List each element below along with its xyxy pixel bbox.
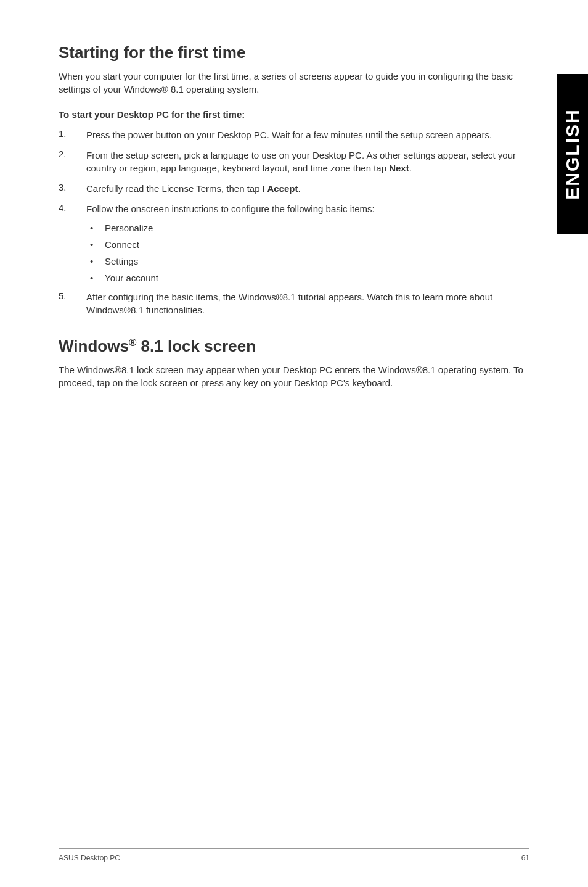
step-5: 5. After configuring the basic items, th… [59, 291, 529, 316]
step-number: 1. [59, 128, 86, 141]
step-text: Carefully read the License Terms, then t… [86, 182, 529, 195]
step-1: 1. Press the power button on your Deskto… [59, 128, 529, 141]
language-side-tab: ENGLISH [557, 74, 588, 234]
step-number: 4. [59, 202, 86, 215]
step-number: 2. [59, 149, 86, 175]
bullet-text: Connect [105, 239, 139, 250]
page-footer: ASUS Desktop PC 61 [59, 848, 529, 862]
step-number: 3. [59, 182, 86, 195]
step-number: 5. [59, 291, 86, 316]
step-text-post: . [298, 183, 301, 194]
section1-heading: Starting for the first time [59, 43, 529, 62]
step-4: 4. Follow the onscreen instructions to c… [59, 202, 529, 215]
heading-post: 8.1 lock screen [136, 337, 256, 355]
step-4-bullets: • Personalize • Connect • Settings • You… [86, 223, 529, 283]
step-text: From the setup screen, pick a language t… [86, 149, 529, 175]
bullet-text: Your account [105, 273, 158, 283]
step-text: Press the power button on your Desktop P… [86, 128, 529, 141]
footer-page-number: 61 [521, 854, 529, 862]
heading-reg: ® [129, 337, 136, 349]
bullet-text: Settings [105, 256, 138, 266]
page-content: Starting for the first time When you sta… [0, 0, 588, 389]
language-side-tab-text: ENGLISH [562, 109, 583, 199]
list-item: • Personalize [86, 223, 529, 233]
step-text-pre: Carefully read the License Terms, then t… [86, 183, 263, 194]
step-3: 3. Carefully read the License Terms, the… [59, 182, 529, 195]
section2: Windows® 8.1 lock screen The Windows®8.1… [59, 336, 529, 389]
step-text-bold: Next [389, 163, 409, 173]
section2-heading: Windows® 8.1 lock screen [59, 336, 529, 356]
section2-intro: The Windows®8.1 lock screen may appear w… [59, 363, 529, 389]
step-text-pre: From the setup screen, pick a language t… [86, 150, 516, 173]
bullet-text: Personalize [105, 223, 153, 233]
step-text-post: . [409, 163, 412, 173]
step-2: 2. From the setup screen, pick a languag… [59, 149, 529, 175]
bullet-dot: • [86, 273, 105, 283]
bullet-dot: • [86, 256, 105, 266]
list-item: • Settings [86, 256, 529, 266]
heading-pre: Windows [59, 337, 129, 355]
section1-intro: When you start your computer for the fir… [59, 70, 529, 96]
bullet-dot: • [86, 239, 105, 250]
footer-left: ASUS Desktop PC [59, 854, 120, 862]
step-text: After configuring the basic items, the W… [86, 291, 529, 316]
list-item: • Your account [86, 273, 529, 283]
section1-subheading: To start your Desktop PC for the first t… [59, 109, 529, 120]
step-text: Follow the onscreen instructions to conf… [86, 202, 529, 215]
list-item: • Connect [86, 239, 529, 250]
step-text-bold: I Accept [263, 183, 298, 194]
bullet-dot: • [86, 223, 105, 233]
